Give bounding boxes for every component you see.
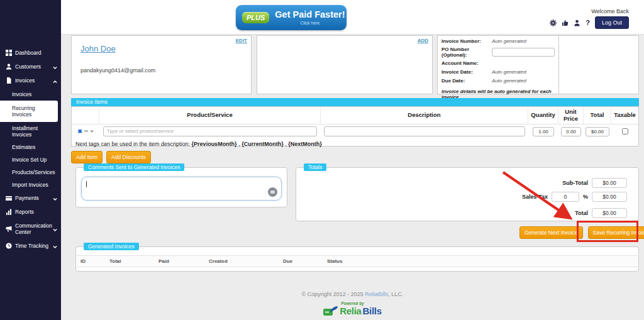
sales-tax-input[interactable] xyxy=(592,192,627,202)
invoice-date-label: Invoice Date: xyxy=(441,69,492,75)
sidebar-subitem-label: Installment Invoices xyxy=(12,125,38,138)
plus-badge: PLUS xyxy=(242,12,269,23)
gear-icon[interactable] xyxy=(550,19,557,26)
generate-next-invoice-button[interactable]: Generate Next Invoice xyxy=(519,226,583,239)
sidebar-subitem-recurring-invoices[interactable]: Recurring Invoices xyxy=(0,101,58,122)
chevron-down-icon xyxy=(53,196,57,202)
invoice-items-table: Product/Service Description Quantity Uni… xyxy=(71,106,639,146)
sidebar-subitem-label: Recurring Invoices xyxy=(12,105,35,118)
description-input[interactable] xyxy=(324,126,525,136)
sidebar-item-dashboard[interactable]: Dashboard xyxy=(0,46,61,60)
col-due: Due xyxy=(279,256,323,267)
account-name-label: Account Name: xyxy=(441,60,492,66)
generated-invoices-title: Generated Invoices xyxy=(84,243,139,250)
thumbs-up-icon[interactable] xyxy=(562,19,569,26)
sidebar-item-reports[interactable]: Reports xyxy=(0,205,61,219)
banner-title: Get Paid Faster! xyxy=(275,10,345,19)
reliabills-logo: ReliaBills xyxy=(61,306,644,316)
sidebar-item-label: Payments xyxy=(15,195,39,201)
bar-chart-icon xyxy=(6,209,12,215)
sidebar-item-payments[interactable]: Payments xyxy=(0,191,61,205)
tag-next-month: {NextMonth} xyxy=(288,141,322,147)
sidebar-item-label: Dashboard xyxy=(15,50,42,56)
sidebar-subitem-invoices[interactable]: Invoices xyxy=(0,88,61,101)
credit-card-icon xyxy=(6,195,12,201)
user-icon xyxy=(6,63,12,70)
sidebar-item-time-tracking[interactable]: Time Tracking xyxy=(0,239,61,253)
quantity-input[interactable] xyxy=(533,127,554,136)
po-number-input[interactable] xyxy=(492,48,555,57)
chevron-down-icon xyxy=(53,65,57,71)
subtotal-input[interactable] xyxy=(592,178,627,188)
sidebar-subitem-label: Invoice Set Up xyxy=(12,157,47,163)
col-total: Total xyxy=(584,107,611,124)
chevron-up-icon xyxy=(53,79,57,85)
sidebar-subitem-invoice-setup[interactable]: Invoice Set Up xyxy=(0,153,61,166)
po-number-label: PO Number (Optional): xyxy=(441,47,492,58)
comments-section-title: Comments Sent to Generated Invoices xyxy=(84,163,184,171)
sidebar-subitem-label: Products/Services xyxy=(12,169,55,175)
line-total-input[interactable] xyxy=(586,127,609,136)
drag-handle-icon[interactable] xyxy=(84,130,88,133)
col-taxable: Taxable xyxy=(611,107,638,124)
get-paid-faster-banner[interactable]: PLUS Get Paid Faster! Click here xyxy=(236,5,347,30)
sidebar-item-label: Customers xyxy=(15,63,41,70)
header-icons: ? Log Out xyxy=(550,16,629,29)
unit-price-input[interactable] xyxy=(561,127,581,136)
emoji-picker-icon[interactable] xyxy=(268,187,277,197)
customer-name-link[interactable]: John Doe xyxy=(80,44,116,53)
col-status: Status xyxy=(323,256,638,267)
reliabills-link[interactable]: ReliaBills xyxy=(365,291,388,297)
tag-current-month: {CurrentMonth} xyxy=(242,141,284,147)
save-recurring-invoice-button[interactable]: Save Recurring Invoice xyxy=(588,226,644,239)
col-created: Created xyxy=(205,256,279,267)
sidebar-subitem-label: Invoices xyxy=(12,91,31,97)
add-item-button[interactable]: Add Item xyxy=(71,151,103,163)
invoice-number-label: Invoice Number: xyxy=(441,38,492,44)
customer-panel: EDIT John Doe pandakyung0414@gmail.com xyxy=(71,35,252,94)
tag-previous-month: {PreviousMonth} xyxy=(192,141,237,147)
col-product-service: Product/Service xyxy=(99,107,321,124)
customer-email: pandakyung0414@gmail.com xyxy=(80,67,155,74)
percent-sign: % xyxy=(583,194,588,200)
user-icon[interactable] xyxy=(574,19,580,26)
top-header: PLUS Get Paid Faster! Click here Welcome… xyxy=(61,0,644,35)
copyright-text: © Copyright 2012 - 2025 ReliaBills, LLC. xyxy=(61,291,644,297)
sidebar-item-customers[interactable]: Customers xyxy=(0,60,61,74)
sidebar-subitem-estimates[interactable]: Estimates xyxy=(0,141,61,153)
sidebar-subitem-label: Import Invoices xyxy=(12,182,48,188)
comments-textarea[interactable] xyxy=(81,177,282,201)
megaphone-icon xyxy=(6,226,12,232)
delete-item-icon[interactable]: ✖ xyxy=(77,128,82,135)
sidebar-item-communication-center[interactable]: Communication Center xyxy=(0,219,61,239)
product-service-input[interactable] xyxy=(103,126,317,136)
add-discounts-button[interactable]: Add Discounts xyxy=(106,151,151,163)
comments-section: Comments Sent to Generated Invoices xyxy=(75,167,287,207)
sidebar-subitem-import-invoices[interactable]: Import Invoices xyxy=(0,179,61,191)
invoice-details-panel: Invoice Number: Auto generated PO Number… xyxy=(437,35,559,94)
details-panel-filler xyxy=(559,35,639,94)
banner-subtitle[interactable]: Click here xyxy=(300,21,319,25)
help-icon[interactable]: ? xyxy=(586,19,590,26)
sales-tax-label: Sales Tax xyxy=(522,194,548,200)
recipients-panel: ADD xyxy=(257,35,433,94)
chevron-down-icon xyxy=(53,244,57,250)
total-input[interactable] xyxy=(592,208,627,218)
sales-tax-rate-input[interactable] xyxy=(552,192,579,202)
recurring-invoice-page: Dashboard Customers Invoices Invoices Re… xyxy=(0,0,644,320)
sidebar-subitem-products-services[interactable]: Products/Services xyxy=(0,166,61,179)
taxable-checkbox[interactable] xyxy=(622,128,628,135)
col-description: Description xyxy=(321,107,528,124)
sidebar-item-invoices[interactable]: Invoices xyxy=(0,74,61,87)
logo-text-bills: Bills xyxy=(363,306,382,316)
logout-button[interactable]: Log Out xyxy=(595,16,629,29)
welcome-text: Welcome Back xyxy=(591,8,629,14)
sidebar-subitem-installment-invoices[interactable]: Installment Invoices xyxy=(0,122,61,141)
col-id: ID xyxy=(77,256,106,267)
edit-customer-link[interactable]: EDIT xyxy=(236,38,247,43)
items-table-header-row: Product/Service Description Quantity Uni… xyxy=(72,107,638,124)
chevron-down-icon[interactable] xyxy=(90,130,94,133)
item-row: ✖ xyxy=(72,124,638,138)
add-recipient-link[interactable]: ADD xyxy=(418,38,428,43)
logo-text-relia: Relia xyxy=(340,306,361,316)
